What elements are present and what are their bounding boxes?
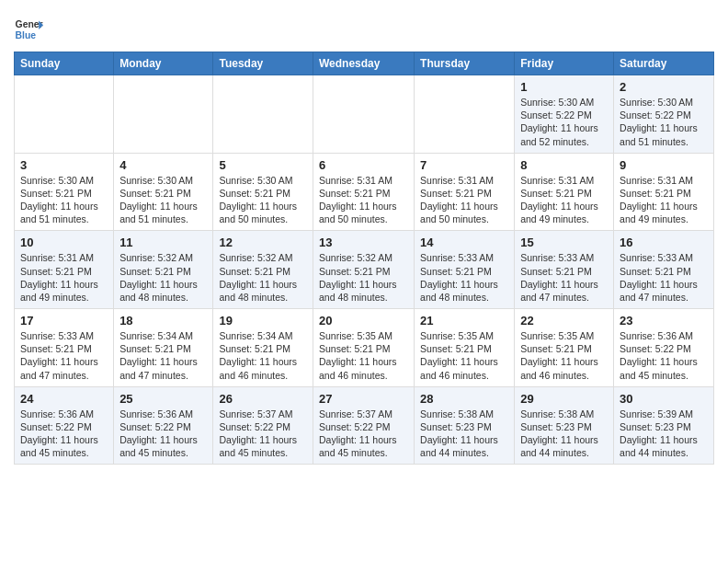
day-info: Sunrise: 5:39 AM Sunset: 5:23 PM Dayligh…	[620, 408, 708, 460]
calendar-cell	[15, 75, 114, 154]
day-info: Sunrise: 5:36 AM Sunset: 5:22 PM Dayligh…	[20, 408, 108, 460]
calendar-cell: 5Sunrise: 5:30 AM Sunset: 5:21 PM Daylig…	[213, 153, 313, 231]
day-info: Sunrise: 5:31 AM Sunset: 5:21 PM Dayligh…	[319, 174, 408, 226]
calendar-cell: 28Sunrise: 5:38 AM Sunset: 5:23 PM Dayli…	[415, 386, 515, 465]
calendar-cell: 11Sunrise: 5:32 AM Sunset: 5:21 PM Dayli…	[114, 231, 213, 309]
calendar-cell: 26Sunrise: 5:37 AM Sunset: 5:22 PM Dayli…	[213, 386, 313, 465]
calendar-cell: 15Sunrise: 5:33 AM Sunset: 5:21 PM Dayli…	[515, 231, 614, 309]
day-number: 29	[520, 392, 608, 406]
week-row-5: 24Sunrise: 5:36 AM Sunset: 5:22 PM Dayli…	[15, 386, 714, 465]
day-number: 11	[119, 236, 207, 249]
day-info: Sunrise: 5:35 AM Sunset: 5:21 PM Dayligh…	[319, 329, 408, 382]
day-info: Sunrise: 5:30 AM Sunset: 5:22 PM Dayligh…	[620, 96, 708, 148]
week-row-1: 1Sunrise: 5:30 AM Sunset: 5:22 PM Daylig…	[15, 75, 714, 154]
day-number: 9	[620, 158, 708, 172]
day-info: Sunrise: 5:32 AM Sunset: 5:21 PM Dayligh…	[119, 251, 207, 304]
day-info: Sunrise: 5:34 AM Sunset: 5:21 PM Dayligh…	[219, 329, 307, 382]
day-number: 21	[420, 314, 508, 327]
day-number: 26	[219, 392, 307, 406]
day-info: Sunrise: 5:35 AM Sunset: 5:21 PM Dayligh…	[420, 329, 508, 382]
calendar-cell: 10Sunrise: 5:31 AM Sunset: 5:21 PM Dayli…	[15, 231, 114, 309]
calendar-cell: 18Sunrise: 5:34 AM Sunset: 5:21 PM Dayli…	[114, 309, 213, 387]
day-info: Sunrise: 5:32 AM Sunset: 5:21 PM Dayligh…	[319, 251, 408, 304]
calendar-cell: 24Sunrise: 5:36 AM Sunset: 5:22 PM Dayli…	[15, 386, 114, 465]
calendar-cell: 25Sunrise: 5:36 AM Sunset: 5:22 PM Dayli…	[114, 386, 213, 465]
day-number: 28	[420, 392, 508, 406]
day-number: 8	[520, 158, 608, 172]
calendar-cell: 20Sunrise: 5:35 AM Sunset: 5:21 PM Dayli…	[313, 309, 414, 387]
day-number: 3	[20, 158, 108, 172]
calendar-cell: 9Sunrise: 5:31 AM Sunset: 5:21 PM Daylig…	[614, 153, 714, 231]
calendar-cell: 22Sunrise: 5:35 AM Sunset: 5:21 PM Dayli…	[515, 309, 614, 387]
day-info: Sunrise: 5:33 AM Sunset: 5:21 PM Dayligh…	[420, 251, 508, 304]
day-number: 27	[319, 392, 408, 406]
day-number: 13	[319, 236, 408, 249]
day-info: Sunrise: 5:30 AM Sunset: 5:21 PM Dayligh…	[219, 174, 307, 226]
svg-text:Blue: Blue	[16, 30, 37, 40]
day-info: Sunrise: 5:30 AM Sunset: 5:22 PM Dayligh…	[520, 96, 608, 148]
day-info: Sunrise: 5:30 AM Sunset: 5:21 PM Dayligh…	[119, 174, 207, 226]
day-number: 22	[520, 314, 608, 327]
day-info: Sunrise: 5:31 AM Sunset: 5:21 PM Dayligh…	[520, 174, 608, 226]
calendar-cell: 14Sunrise: 5:33 AM Sunset: 5:21 PM Dayli…	[415, 231, 515, 309]
col-header-tuesday: Tuesday	[213, 52, 313, 75]
day-info: Sunrise: 5:37 AM Sunset: 5:22 PM Dayligh…	[219, 408, 307, 460]
logo: General Blue	[14, 15, 47, 44]
day-info: Sunrise: 5:31 AM Sunset: 5:21 PM Dayligh…	[20, 251, 108, 304]
calendar-cell: 7Sunrise: 5:31 AM Sunset: 5:21 PM Daylig…	[415, 153, 515, 231]
day-info: Sunrise: 5:35 AM Sunset: 5:21 PM Dayligh…	[520, 329, 608, 382]
day-number: 20	[319, 314, 408, 327]
calendar-cell: 12Sunrise: 5:32 AM Sunset: 5:21 PM Dayli…	[213, 231, 313, 309]
day-info: Sunrise: 5:33 AM Sunset: 5:21 PM Dayligh…	[620, 251, 708, 304]
day-number: 4	[119, 158, 207, 172]
day-number: 24	[20, 392, 108, 406]
calendar-cell: 23Sunrise: 5:36 AM Sunset: 5:22 PM Dayli…	[614, 309, 714, 387]
day-number: 30	[620, 392, 708, 406]
col-header-saturday: Saturday	[614, 52, 714, 75]
day-number: 15	[520, 236, 608, 249]
calendar-cell	[313, 75, 414, 154]
week-row-2: 3Sunrise: 5:30 AM Sunset: 5:21 PM Daylig…	[15, 153, 714, 231]
day-number: 18	[119, 314, 207, 327]
day-info: Sunrise: 5:38 AM Sunset: 5:23 PM Dayligh…	[520, 408, 608, 460]
calendar-cell: 8Sunrise: 5:31 AM Sunset: 5:21 PM Daylig…	[515, 153, 614, 231]
calendar-cell: 4Sunrise: 5:30 AM Sunset: 5:21 PM Daylig…	[114, 153, 213, 231]
calendar-cell: 21Sunrise: 5:35 AM Sunset: 5:21 PM Dayli…	[415, 309, 515, 387]
day-info: Sunrise: 5:38 AM Sunset: 5:23 PM Dayligh…	[420, 408, 508, 460]
col-header-friday: Friday	[515, 52, 614, 75]
day-number: 2	[620, 80, 708, 94]
calendar-cell: 19Sunrise: 5:34 AM Sunset: 5:21 PM Dayli…	[213, 309, 313, 387]
day-info: Sunrise: 5:31 AM Sunset: 5:21 PM Dayligh…	[620, 174, 708, 226]
day-number: 14	[420, 236, 508, 249]
week-row-4: 17Sunrise: 5:33 AM Sunset: 5:21 PM Dayli…	[15, 309, 714, 387]
calendar-cell: 16Sunrise: 5:33 AM Sunset: 5:21 PM Dayli…	[614, 231, 714, 309]
day-number: 17	[20, 314, 108, 327]
col-header-monday: Monday	[114, 52, 213, 75]
calendar-cell	[415, 75, 515, 154]
day-number: 23	[620, 314, 708, 327]
calendar-cell: 29Sunrise: 5:38 AM Sunset: 5:23 PM Dayli…	[515, 386, 614, 465]
day-number: 5	[219, 158, 307, 172]
calendar-cell: 17Sunrise: 5:33 AM Sunset: 5:21 PM Dayli…	[15, 309, 114, 387]
day-info: Sunrise: 5:33 AM Sunset: 5:21 PM Dayligh…	[20, 329, 108, 382]
calendar-cell: 13Sunrise: 5:32 AM Sunset: 5:21 PM Dayli…	[313, 231, 414, 309]
day-info: Sunrise: 5:36 AM Sunset: 5:22 PM Dayligh…	[119, 408, 207, 460]
calendar-cell	[114, 75, 213, 154]
col-header-sunday: Sunday	[15, 52, 114, 75]
calendar-cell: 2Sunrise: 5:30 AM Sunset: 5:22 PM Daylig…	[614, 75, 714, 154]
page-header: General Blue	[14, 9, 714, 44]
day-info: Sunrise: 5:32 AM Sunset: 5:21 PM Dayligh…	[219, 251, 307, 304]
col-header-thursday: Thursday	[415, 52, 515, 75]
day-number: 25	[119, 392, 207, 406]
day-number: 19	[219, 314, 307, 327]
calendar-cell: 27Sunrise: 5:37 AM Sunset: 5:22 PM Dayli…	[313, 386, 414, 465]
calendar-cell: 3Sunrise: 5:30 AM Sunset: 5:21 PM Daylig…	[15, 153, 114, 231]
day-info: Sunrise: 5:30 AM Sunset: 5:21 PM Dayligh…	[20, 174, 108, 226]
week-row-3: 10Sunrise: 5:31 AM Sunset: 5:21 PM Dayli…	[15, 231, 714, 309]
day-number: 10	[20, 236, 108, 249]
day-info: Sunrise: 5:31 AM Sunset: 5:21 PM Dayligh…	[420, 174, 508, 226]
day-info: Sunrise: 5:33 AM Sunset: 5:21 PM Dayligh…	[520, 251, 608, 304]
day-info: Sunrise: 5:37 AM Sunset: 5:22 PM Dayligh…	[319, 408, 408, 460]
col-header-wednesday: Wednesday	[313, 52, 414, 75]
calendar-cell: 6Sunrise: 5:31 AM Sunset: 5:21 PM Daylig…	[313, 153, 414, 231]
